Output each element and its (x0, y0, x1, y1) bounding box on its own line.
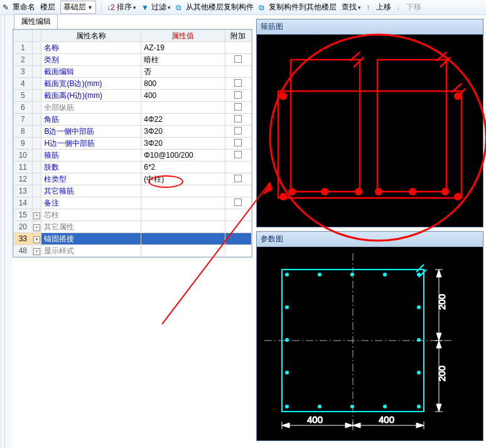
expand-cell[interactable]: + (32, 209, 41, 221)
prop-value[interactable] (141, 209, 225, 221)
prop-name: 全部纵筋 (41, 102, 141, 114)
prop-name: 肢数 (41, 161, 141, 173)
toolbar-find[interactable]: 查找 ▾ (342, 2, 361, 13)
table-row[interactable]: 11肢数6*2 (14, 161, 252, 173)
checkbox[interactable] (234, 139, 242, 146)
toolbar-move-up[interactable]: ↑ 上移 (366, 2, 391, 13)
prop-extra[interactable] (225, 173, 251, 185)
table-row[interactable]: 3截面编辑否 (14, 66, 252, 78)
prop-value[interactable]: 6*2 (141, 161, 225, 173)
table-row[interactable]: 4截面宽(B边)(mm)800 (14, 78, 252, 90)
table-row[interactable]: 15+芯柱 (14, 209, 252, 221)
property-table-container: 属性名称 属性值 附加 1名称AZ-192类别暗柱3截面编辑否4截面宽(B边)(… (13, 29, 252, 258)
toolbar-copy-from[interactable]: ⧉ 从其他楼层复制构件 (176, 2, 254, 13)
table-row[interactable]: 8B边一侧中部筋3Φ20 (14, 126, 252, 138)
checkbox[interactable] (234, 151, 242, 158)
svg-point-16 (454, 193, 462, 200)
dim-w2: 400 (379, 414, 394, 425)
svg-point-9 (288, 188, 296, 195)
panel-stirrup-body[interactable] (257, 35, 483, 227)
tab-bar: 属性编辑 (13, 15, 252, 29)
svg-marker-47 (436, 404, 441, 412)
prop-value[interactable] (141, 197, 225, 209)
filter-icon: ▼ (141, 3, 150, 12)
prop-value[interactable]: AZ-19 (141, 42, 225, 54)
table-row[interactable]: 9H边一侧中部筋3Φ20 (14, 138, 252, 150)
table-row[interactable]: 12柱类型(中柱) (14, 173, 252, 185)
expand-cell[interactable]: + (32, 233, 41, 245)
prop-extra[interactable] (225, 197, 251, 209)
svg-marker-45 (436, 333, 441, 341)
checkbox[interactable] (234, 55, 242, 63)
toolbar-sort[interactable]: ↓2 排序 ▾ (107, 2, 136, 13)
expand-cell (32, 197, 41, 209)
table-row[interactable]: 2类别暗柱 (14, 54, 252, 66)
svg-rect-0 (278, 91, 462, 198)
svg-point-26 (417, 273, 421, 276)
expand-icon[interactable]: + (33, 236, 40, 243)
table-row[interactable]: 10箍筋Φ10@100/200 (14, 150, 252, 161)
expand-cell[interactable]: + (32, 245, 41, 257)
expand-cell (32, 126, 41, 138)
prop-value[interactable] (141, 245, 225, 257)
prop-value[interactable]: 400 (141, 90, 225, 102)
svg-point-31 (417, 405, 421, 408)
checkbox[interactable] (234, 91, 242, 99)
prop-name: 备注 (41, 197, 141, 209)
prop-extra[interactable] (225, 78, 251, 90)
expand-icon[interactable]: + (33, 212, 40, 219)
table-row[interactable]: 33+锚固搭接 (14, 233, 252, 245)
prop-extra[interactable] (225, 90, 251, 102)
prop-extra[interactable] (225, 138, 251, 150)
table-row[interactable]: 7角筋4Φ22 (14, 114, 252, 126)
checkbox[interactable] (234, 175, 242, 182)
toolbar-rename[interactable]: ✎ 重命名 (3, 2, 35, 13)
prop-value[interactable] (141, 185, 225, 197)
arrow-down-icon: ↓ (396, 3, 405, 12)
table-row[interactable]: 6全部纵筋 (14, 102, 252, 114)
panel-param-body[interactable]: 200 200 400 400 (257, 247, 483, 440)
expand-cell[interactable]: + (32, 221, 41, 233)
table-row[interactable]: 1名称AZ-19 (14, 42, 252, 54)
prop-value[interactable]: (中柱) (141, 173, 225, 185)
toolbar-floor-select[interactable]: 基础层 ▼ (60, 1, 96, 14)
prop-name: B边一侧中部筋 (41, 126, 141, 138)
prop-extra (225, 221, 251, 233)
expand-icon[interactable]: + (33, 248, 40, 255)
toolbar-copy-to[interactable]: ⧉ 复制构件到其他楼层 (259, 2, 337, 13)
toolbar-filter[interactable]: ▼ 过滤 ▾ (141, 2, 171, 13)
expand-icon[interactable]: + (33, 224, 40, 231)
svg-point-15 (279, 193, 287, 200)
prop-value[interactable]: 800 (141, 78, 225, 90)
checkbox[interactable] (234, 127, 242, 134)
prop-extra[interactable] (225, 114, 251, 126)
table-row[interactable]: 48+显示样式 (14, 245, 252, 257)
prop-name: 芯柱 (41, 209, 141, 221)
expand-cell (32, 66, 41, 78)
copy-from-icon: ⧉ (176, 3, 185, 12)
table-row[interactable]: 5截面高(H边)(mm)400 (14, 90, 252, 102)
table-row[interactable]: 14备注 (14, 197, 252, 209)
prop-extra[interactable] (225, 126, 251, 138)
prop-value[interactable]: 3Φ20 (141, 126, 225, 138)
prop-value[interactable] (141, 221, 225, 233)
content-area: 属性编辑 属性名称 属性值 附加 1名称AZ-192类别暗柱3截面编辑否4截面宽… (13, 15, 486, 448)
checkbox[interactable] (234, 79, 242, 87)
prop-value[interactable]: 3Φ20 (141, 138, 225, 150)
prop-extra[interactable] (225, 54, 251, 66)
checkbox[interactable] (234, 115, 242, 123)
prop-value[interactable] (141, 102, 225, 114)
prop-value[interactable]: 4Φ22 (141, 114, 225, 126)
prop-value[interactable] (141, 233, 225, 245)
checkbox[interactable] (234, 103, 242, 111)
prop-value[interactable]: Φ10@100/200 (141, 150, 225, 161)
prop-extra[interactable] (225, 150, 251, 161)
prop-value[interactable]: 暗柱 (141, 54, 225, 66)
tab-property-edit[interactable]: 属性编辑 (14, 14, 58, 29)
checkbox[interactable] (234, 199, 242, 206)
svg-point-24 (350, 273, 354, 276)
table-row[interactable]: 13其它箍筋 (14, 185, 252, 197)
prop-extra[interactable] (225, 102, 251, 114)
prop-value[interactable]: 否 (141, 66, 225, 78)
table-row[interactable]: 20+其它属性 (14, 221, 252, 233)
